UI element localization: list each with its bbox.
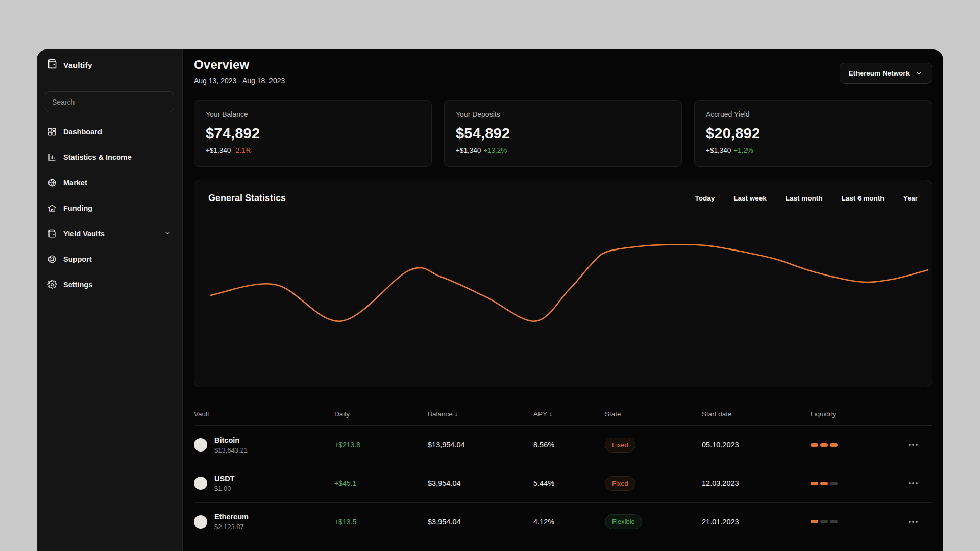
daily-change: +$213.8 [334,441,428,449]
filter-year[interactable]: Year [903,194,918,202]
lifebuoy-icon [47,255,57,264]
stats-cards-row: Your Balance $74,892 +$1,340-2.1% Your D… [194,100,932,167]
search-box[interactable] [45,91,174,112]
chevron-down-icon[interactable] [164,229,172,238]
brand: Vaultify [37,49,182,81]
vault-name: USDT [214,474,234,483]
vaults-table: Vault Daily Balance ↓ APY ↓ State Start … [194,403,932,541]
page-title: Overview [194,58,285,72]
sidebar-item-label: Support [63,255,92,263]
gear-icon [47,280,57,289]
sidebar-nav: Dashboard Statistics & Income Market Fun… [37,119,182,297]
vault-name: Ethereum [214,513,249,521]
sidebar-item-label: Market [63,179,87,187]
daily-change: +$13.5 [334,518,428,526]
card-delta: +$1,340 [206,146,231,154]
dashboard-grid-icon [47,127,57,136]
col-start-date[interactable]: Start date [702,410,811,418]
col-daily[interactable]: Daily [334,410,428,418]
col-state[interactable]: State [605,410,702,418]
home-icon [47,204,57,213]
row-menu-ellipsis-icon[interactable] [909,444,932,446]
chart-time-filters: Today Last week Last month Last 6 month … [695,194,918,202]
state-badge: Flexible [605,514,642,529]
row-menu-ellipsis-icon[interactable] [909,521,932,523]
state-badge: Fixed [605,438,635,453]
balance-value: $13,954.04 [428,441,533,449]
bar-chart-icon [47,153,57,162]
card-value: $74,892 [206,125,420,142]
state-badge: Fixed [605,476,635,491]
network-selector-label: Ethereum Network [849,69,910,77]
start-date: 05.10.2023 [702,441,811,449]
card-percent: +13.2% [483,146,507,154]
table-row-usdt[interactable]: USDT $1.00 +$45.1 $3,954.04 5.44% Fixed … [194,464,932,503]
sidebar-item-label: Dashboard [63,128,102,136]
page-header: Overview Aug 13, 2023 - Aug 18, 2023 Eth… [194,58,932,85]
sidebar-item-label: Settings [63,281,92,289]
card-delta: +$1,340 [706,146,731,154]
card-your-balance: Your Balance $74,892 +$1,340-2.1% [194,100,432,167]
vault-price: $2,123.87 [214,523,249,531]
sidebar-item-market[interactable]: Market [37,170,182,195]
coin-icon [194,438,207,452]
coin-icon [194,515,207,529]
filter-today[interactable]: Today [695,194,715,202]
sidebar-item-label: Statistics & Income [63,153,132,161]
col-balance-sort[interactable]: Balance ↓ [428,410,533,418]
sidebar-item-statistics-income[interactable]: Statistics & Income [37,144,182,170]
vault-price: $13,643.21 [214,446,248,454]
main-content: Overview Aug 13, 2023 - Aug 18, 2023 Eth… [183,49,943,551]
col-liquidity[interactable]: Liquidity [811,410,892,418]
balance-value: $3,954.04 [428,518,533,526]
chevron-down-icon [915,69,923,77]
date-range: Aug 13, 2023 - Aug 18, 2023 [194,77,285,85]
card-label: Accrued Yield [706,110,920,118]
sidebar-item-dashboard[interactable]: Dashboard [37,119,182,144]
sidebar: Vaultify Dashboard Statistics & Income M… [37,49,183,551]
card-percent: -2.1% [233,146,251,154]
globe-icon [47,178,57,187]
start-date: 12.03.2023 [702,479,811,487]
table-row-ethereum[interactable]: Ethereum $2,123.87 +$13.5 $3,954.04 4.12… [194,503,932,541]
card-accrued-yield: Accrued Yield $20,892 +$1,340+1.2% [694,100,932,167]
card-delta: +$1,340 [456,146,481,154]
sidebar-item-funding[interactable]: Funding [37,195,182,221]
app-window: Vaultify Dashboard Statistics & Income M… [37,49,943,551]
apy-value: 8.56% [533,441,605,449]
wallet-icon [47,229,57,238]
chart-title: General Statistics [208,193,286,204]
filter-last-6-month[interactable]: Last 6 month [841,194,884,202]
sidebar-item-yield-vaults[interactable]: Yield Vaults [37,221,182,246]
sidebar-item-settings[interactable]: Settings [37,272,182,297]
network-selector-button[interactable]: Ethereum Network [840,63,932,84]
vault-price: $1.00 [214,485,234,492]
apy-value: 5.44% [533,479,605,487]
card-label: Your Balance [206,110,420,118]
sidebar-item-label: Yield Vaults [63,230,105,238]
apy-value: 4.12% [533,518,605,526]
card-your-deposits: Your Deposits $54,892 +$1,340+13.2% [444,100,682,167]
card-value: $20,892 [706,125,920,142]
table-header-row: Vault Daily Balance ↓ APY ↓ State Start … [194,403,932,426]
line-chart [194,180,932,387]
daily-change: +$45.1 [334,479,428,487]
filter-last-month[interactable]: Last month [786,194,823,202]
filter-last-week[interactable]: Last week [733,194,767,202]
col-vault[interactable]: Vault [194,410,334,418]
table-row-bitcoin[interactable]: Bitcoin $13,643.21 +$213.8 $13,954.04 8.… [194,426,932,464]
col-apy-sort[interactable]: APY ↓ [533,410,605,418]
general-statistics-panel: General Statistics Today Last week Last … [194,180,932,387]
start-date: 21.01.2023 [702,518,811,526]
sidebar-item-label: Funding [63,204,92,212]
card-percent: +1.2% [733,146,753,154]
sidebar-item-support[interactable]: Support [37,246,182,272]
coin-icon [194,477,207,490]
search-input[interactable] [52,98,167,106]
vault-name: Bitcoin [214,436,248,444]
card-label: Your Deposits [456,110,670,118]
row-menu-ellipsis-icon[interactable] [909,482,932,484]
wallet-logo-icon [47,59,58,71]
liquidity-indicator [811,520,892,523]
liquidity-indicator [811,482,892,485]
